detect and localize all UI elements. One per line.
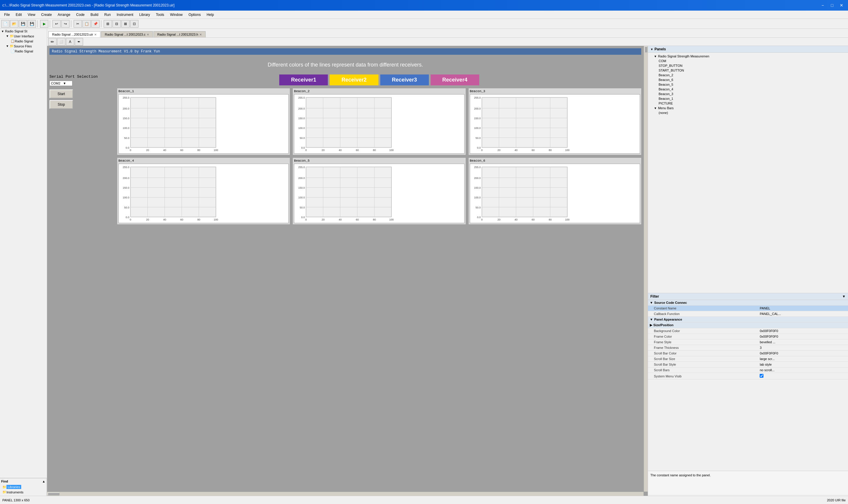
panels-tree-item-10[interactable]: PICTURE <box>649 101 847 106</box>
sub-btn-4[interactable]: ✒ <box>75 38 83 46</box>
close-button[interactable]: ✕ <box>837 1 846 10</box>
expand-icon3: ▼ <box>6 44 9 48</box>
chart-wrapper-0[interactable]: 0.050.0100.0150.0200.0255.0020406080100 <box>119 94 289 154</box>
tab-2[interactable]: Radio Signal ...t 20012023.h✕ <box>154 31 206 37</box>
menu-item-instrument[interactable]: Instrument <box>114 12 136 18</box>
find-instruments[interactable]: 📁 Instruments <box>1 490 46 494</box>
system-menu-checkbox[interactable] <box>760 374 763 378</box>
panels-tree-item-8[interactable]: Beacon_3 <box>649 92 847 96</box>
toolbar-save[interactable]: 💾 <box>19 20 27 28</box>
project-tree-root[interactable]: ▼ Radio Signal St <box>0 29 47 34</box>
panels-tree-item-0[interactable]: ▼Radio Signal Strength Measuremen <box>649 54 847 58</box>
section-header-0[interactable]: ▼Source Code Connec <box>648 300 848 306</box>
tab-0[interactable]: Radio Signal ...20012023.uir✕ <box>48 31 101 37</box>
chart-wrapper-5[interactable]: 0.050.0100.0150.0200.0255.0020406080100 <box>470 164 640 223</box>
menu-item-edit[interactable]: Edit <box>13 12 25 18</box>
tab-close-2[interactable]: ✕ <box>199 33 202 36</box>
prop-row-0-0[interactable]: Constant NamePANEL <box>648 306 848 311</box>
chart-wrapper-2[interactable]: 0.050.0100.0150.0200.0255.0020406080100 <box>470 94 640 154</box>
title-bar: c:\...\Radio Signal Strength Measurement… <box>0 0 848 11</box>
section-header-1[interactable]: ▼Panel Appearance <box>648 317 848 322</box>
svg-text:0: 0 <box>481 218 482 221</box>
menu-item-help[interactable]: Help <box>204 12 217 18</box>
chart-svg-0: 0.050.0100.0150.0200.0255.0020406080100 <box>119 94 219 154</box>
menu-item-run[interactable]: Run <box>101 12 114 18</box>
prop-row-2-4[interactable]: Scroll Bar Color0x00F0F0F0 <box>648 350 848 356</box>
prop-row-2-2[interactable]: Frame Stylebevelled ... <box>648 339 848 345</box>
menu-item-tools[interactable]: Tools <box>153 12 167 18</box>
toolbar-order[interactable]: ⊡ <box>130 20 138 28</box>
menu-item-arrange[interactable]: Arrange <box>55 12 73 18</box>
menu-item-window[interactable]: Window <box>167 12 186 18</box>
panels-tree-item-12[interactable]: (none) <box>649 110 847 115</box>
panels-tree-item-3[interactable]: START_BUTTON <box>649 68 847 73</box>
toolbar-run[interactable]: ▶ <box>40 20 48 28</box>
panels-tree-item-7[interactable]: Beacon_4 <box>649 87 847 92</box>
maximize-button[interactable]: □ <box>828 1 836 10</box>
prop-value[interactable] <box>758 373 848 379</box>
sub-btn-1[interactable]: ✏ <box>48 38 56 46</box>
panels-tree-item-4[interactable]: Beacon_2 <box>649 73 847 77</box>
menu-item-file[interactable]: File <box>1 12 13 18</box>
menu-item-code[interactable]: Code <box>73 12 88 18</box>
project-ui-item[interactable]: ▼ 📁 User Interface <box>5 34 47 39</box>
toolbar-cut[interactable]: ✂ <box>74 20 82 28</box>
toolbar-undo[interactable]: ↩ <box>52 20 61 28</box>
chart-wrapper-1[interactable]: 0.050.0100.0150.0200.0255.0020406080100 <box>294 94 464 154</box>
tab-close-1[interactable]: ✕ <box>147 33 149 36</box>
prop-row-2-3[interactable]: Frame Thickness3 <box>648 345 848 350</box>
prop-row-2-0[interactable]: Background Color0x00F0F0F0 <box>648 328 848 334</box>
chart-wrapper-3[interactable]: 0.050.0100.0150.0200.0255.0020406080100 <box>119 164 289 223</box>
start-button[interactable]: Start <box>50 90 73 98</box>
serial-combo[interactable]: COM2 ▼ <box>50 81 72 86</box>
panels-tree-item-1[interactable]: COM <box>649 58 847 63</box>
prop-row-2-5[interactable]: Scroll Bar Sizelarge scr... <box>648 356 848 362</box>
toolbar-paste[interactable]: 📌 <box>91 20 100 28</box>
find-libraries[interactable]: 📁 Libraries <box>1 484 46 490</box>
panels-tree-item-6[interactable]: Beacon_5 <box>649 82 847 87</box>
panels-tree-item-9[interactable]: Beacon_1 <box>649 96 847 101</box>
menu-item-build[interactable]: Build <box>87 12 101 18</box>
svg-text:100.0: 100.0 <box>474 196 481 199</box>
project-radio-signal-src[interactable]: 📄 Radio Signal <box>10 49 47 54</box>
prop-row-2-7[interactable]: Scroll Barsno scroll... <box>648 367 848 373</box>
tab-1[interactable]: Radio Signal ...t 20012023.c✕ <box>101 31 153 37</box>
prop-row-2-6[interactable]: Scroll Bar Stylelab style <box>648 362 848 367</box>
toolbar-redo[interactable]: ↪ <box>61 20 70 28</box>
chart-wrapper-4[interactable]: 0.050.0100.0150.0200.0255.0020406080100 <box>294 164 464 223</box>
menu-item-library[interactable]: Library <box>136 12 153 18</box>
toolbar-save2[interactable]: 💾 <box>28 20 36 28</box>
panels-tree-item-11[interactable]: ▼Menu Bars <box>649 106 847 110</box>
panels-tree-item-5[interactable]: Beacon_6 <box>649 77 847 82</box>
menu-item-options[interactable]: Options <box>186 12 204 18</box>
toolbar-new[interactable]: 📄 <box>1 20 10 28</box>
toolbar-group[interactable]: ⊠ <box>121 20 129 28</box>
receiver-badge-1: Receiver2 <box>330 74 378 85</box>
svg-text:200.0: 200.0 <box>123 177 129 180</box>
toolbar-align[interactable]: ⊞ <box>104 20 112 28</box>
svg-rect-100 <box>306 167 391 217</box>
stop-button[interactable]: Stop <box>50 100 73 109</box>
menu-item-create[interactable]: Create <box>38 12 55 18</box>
menu-item-view[interactable]: View <box>25 12 38 18</box>
prop-row-2-1[interactable]: Frame Color0x00F0F0F0 <box>648 334 848 339</box>
prop-row-0-1[interactable]: Callback FunctionPANEL_CAL... <box>648 311 848 317</box>
tab-close-0[interactable]: ✕ <box>94 33 96 36</box>
toolbar-copy[interactable]: 📋 <box>83 20 91 28</box>
toolbar-open[interactable]: 📂 <box>10 20 18 28</box>
section-header-2[interactable]: ▶Size/Position <box>648 322 848 328</box>
filter-btn[interactable]: ▼ <box>842 294 846 299</box>
panels-tree-item-2[interactable]: STOP_BUTTON <box>649 63 847 68</box>
sub-btn-3[interactable]: A <box>66 38 74 46</box>
tree-label: Beacon_4 <box>659 87 673 91</box>
project-source-item[interactable]: ▼ 📁 Source Files <box>5 43 47 49</box>
horizontal-scrollbar[interactable] <box>47 492 643 496</box>
project-radio-signal-ui[interactable]: 📋 Radio Signal <box>10 39 47 43</box>
chart-title-2: Beacon_3 <box>470 90 640 93</box>
toolbar-dist[interactable]: ⊟ <box>112 20 121 28</box>
minimize-button[interactable]: − <box>818 1 827 10</box>
vertical-scrollbar[interactable] <box>643 46 648 492</box>
sub-btn-2[interactable]: ⬜ <box>57 38 65 46</box>
prop-row-2-8[interactable]: System Menu Visib <box>648 373 848 379</box>
find-collapse[interactable]: ▲ <box>42 480 46 483</box>
